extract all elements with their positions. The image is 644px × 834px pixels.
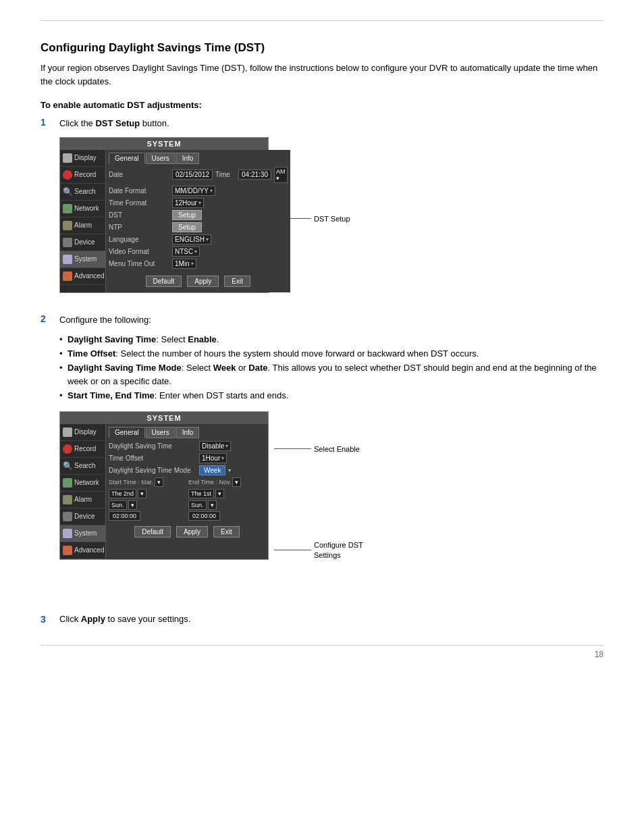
- sidebar2-item-advanced[interactable]: Advanced: [60, 542, 105, 559]
- intro-text: If your region observes Daylight Savings…: [41, 61, 603, 88]
- sidebar2-item-network[interactable]: Network: [60, 475, 105, 492]
- dvr2-start-time-input[interactable]: 02:00:00: [109, 511, 140, 521]
- dvr2-start-time-col: 02:00:00: [109, 512, 186, 519]
- dst-setup-button[interactable]: Setup: [172, 210, 202, 220]
- search2-icon: 🔍: [63, 461, 72, 471]
- dvr2-button-row: Default Apply Exit: [109, 523, 265, 540]
- sidebar2-item-device[interactable]: Device: [60, 509, 105, 525]
- tab-users[interactable]: Users: [146, 153, 176, 164]
- dvr1-default-button[interactable]: Default: [146, 276, 182, 287]
- advanced2-icon: [63, 546, 72, 555]
- dvr2-mode-arrow: ▾: [228, 467, 231, 473]
- dvr1-ntp-row: NTP Setup: [109, 222, 288, 232]
- sidebar-item-device[interactable]: Device: [60, 234, 105, 251]
- system2-icon: [63, 529, 72, 538]
- dvr1-wrapper: SYSTEM Display Record: [59, 137, 269, 293]
- network2-icon: [63, 478, 72, 488]
- time-format-label: Time Format: [109, 199, 169, 207]
- dvr2-offset-dropdown[interactable]: 1Hour ▾: [199, 453, 227, 463]
- step-3-text: Click Apply to save your settings.: [59, 614, 603, 624]
- date-value: 02/15/2012: [172, 170, 213, 180]
- sidebar-label-record: Record: [74, 171, 96, 178]
- step-2: 2 Configure the following: Daylight Savi…: [41, 313, 603, 600]
- dvr2-callout-1: Select Enable: [274, 445, 363, 453]
- dvr1-sidebar: Display Record 🔍 Search: [60, 150, 106, 292]
- dvr2-start-week-dropdown[interactable]: ▾: [138, 489, 146, 498]
- tab2-info[interactable]: Info: [176, 427, 200, 438]
- language-dropdown[interactable]: ENGLISH ▾: [172, 234, 211, 244]
- sidebar-label-device: Device: [74, 238, 95, 246]
- dvr2-apply-button[interactable]: Apply: [176, 526, 208, 538]
- dvr2-day-row: Sun. ▾ Sun. ▾: [109, 500, 265, 510]
- ntp-setup-button[interactable]: Setup: [172, 222, 202, 232]
- record-icon: [63, 170, 72, 180]
- tab2-general[interactable]: General: [109, 427, 145, 438]
- page-number: 18: [41, 650, 603, 659]
- sidebar2-label-alarm: Alarm: [74, 496, 92, 503]
- sidebar2-item-record[interactable]: Record: [60, 441, 105, 458]
- sidebar-label-alarm: Alarm: [74, 221, 92, 229]
- tab-general[interactable]: General: [109, 153, 145, 164]
- dvr2-start-month-dropdown[interactable]: ▾: [155, 477, 163, 487]
- dvr2-default-button[interactable]: Default: [134, 526, 171, 538]
- dvr2-end-week-row: The 1st ▾: [188, 489, 265, 498]
- sidebar-label-search: Search: [74, 188, 96, 195]
- dvr2-offset-row: Time Offset 1Hour ▾: [109, 453, 265, 463]
- dvr2-start-day-col: Sun. ▾: [109, 500, 186, 510]
- dvr2-end-month-dropdown[interactable]: ▾: [232, 477, 241, 487]
- dvr2-dst-label: Daylight Saving Time: [109, 442, 196, 450]
- bullet-dst-label: Daylight Saving Time: [68, 334, 156, 344]
- time-format-dropdown[interactable]: 12Hour ▾: [172, 198, 204, 208]
- sidebar2-item-search[interactable]: 🔍 Search: [60, 458, 105, 475]
- sidebar-item-display[interactable]: Display: [60, 150, 105, 167]
- dvr2-mode-row: Daylight Saving Time Mode Week ▾: [109, 465, 265, 475]
- dvr1-tabs: General Users Info: [109, 153, 288, 164]
- sidebar-item-network[interactable]: Network: [60, 201, 105, 217]
- sub-heading: To enable automatic DST adjustments:: [41, 100, 603, 110]
- dvr2-start-day-dropdown[interactable]: ▾: [128, 500, 137, 510]
- sidebar-item-advanced[interactable]: Advanced: [60, 268, 105, 285]
- sidebar2-label-network: Network: [74, 479, 99, 486]
- dvr1-dst-row: DST Setup: [109, 210, 288, 220]
- dvr2-dst-dropdown[interactable]: Disable ▾: [199, 441, 231, 451]
- dvr1-title: SYSTEM: [60, 138, 268, 150]
- dvr2-start-col: Start Time : Mar. ▾: [109, 477, 186, 487]
- dvr2-end-day-col: Sun. ▾: [188, 500, 265, 510]
- sidebar-item-alarm[interactable]: Alarm: [60, 217, 105, 234]
- sidebar-item-system[interactable]: System: [60, 251, 105, 268]
- date-format-dropdown[interactable]: MM/DD/YY ▾: [172, 186, 215, 196]
- sidebar-label-network: Network: [74, 205, 99, 212]
- video-format-dropdown[interactable]: NTSC ▾: [172, 246, 200, 257]
- dvr1-exit-button[interactable]: Exit: [224, 276, 250, 287]
- step-1-text: Click the DST Setup button.: [59, 117, 603, 130]
- dvr2-tabs: General Users Info: [109, 427, 265, 438]
- callout2-text-select-enable: Select Enable: [314, 445, 360, 453]
- step-number-1: 1: [41, 117, 59, 128]
- dvr1-video-format-row: Video Format NTSC ▾: [109, 246, 288, 257]
- date-format-label: Date Format: [109, 187, 169, 194]
- sidebar-item-record[interactable]: Record: [60, 167, 105, 184]
- dvr2-end-time-input[interactable]: 02:00:00: [188, 511, 220, 521]
- sidebar2-item-display[interactable]: Display: [60, 424, 105, 441]
- step-3-bold: Apply: [81, 614, 105, 624]
- dvr2-start-label-row: Start Time : Mar. ▾: [109, 477, 186, 487]
- date-label: Date: [109, 171, 169, 178]
- dvr2-main: General Users Info Daylight Saving Time …: [106, 424, 268, 559]
- dvr1-apply-button[interactable]: Apply: [187, 276, 219, 287]
- sidebar2-label-system: System: [74, 529, 97, 537]
- tab-info[interactable]: Info: [176, 153, 200, 164]
- sidebar-item-search[interactable]: 🔍 Search: [60, 184, 105, 201]
- sidebar2-label-search: Search: [74, 462, 96, 469]
- bullet-offset: Time Offset: Select the number of hours …: [59, 347, 603, 361]
- menu-timeout-dropdown[interactable]: 1Min ▾: [172, 259, 196, 269]
- dvr2-wrapper: SYSTEM Display Record: [59, 411, 269, 560]
- dvr2-end-week-dropdown[interactable]: ▾: [215, 489, 224, 498]
- dvr2-mode-week[interactable]: Week: [199, 465, 225, 475]
- display2-icon: [63, 427, 72, 437]
- sidebar2-item-alarm[interactable]: Alarm: [60, 492, 105, 509]
- dvr1-menu-timeout-row: Menu Time Out 1Min ▾: [109, 259, 288, 269]
- sidebar2-item-system[interactable]: System: [60, 525, 105, 542]
- dvr2-end-day-dropdown[interactable]: ▾: [208, 500, 217, 510]
- dvr2-exit-button[interactable]: Exit: [213, 526, 240, 538]
- tab2-users[interactable]: Users: [146, 427, 176, 438]
